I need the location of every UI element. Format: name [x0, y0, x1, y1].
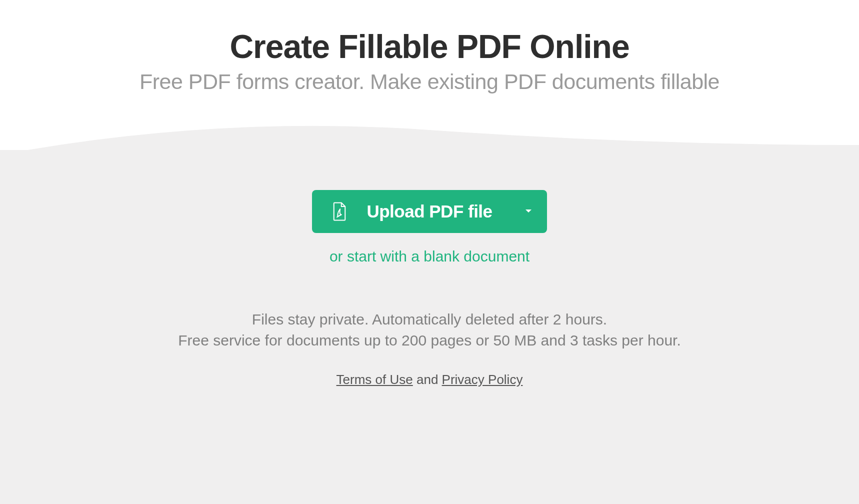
legal-line: Terms of Use and Privacy Policy — [0, 372, 859, 388]
info-line-limits: Free service for documents up to 200 pag… — [0, 330, 859, 351]
privacy-policy-link[interactable]: Privacy Policy — [442, 372, 523, 387]
page-subtitle: Free PDF forms creator. Make existing PD… — [0, 70, 859, 94]
info-line-privacy: Files stay private. Automatically delete… — [0, 309, 859, 330]
pdf-file-icon — [332, 202, 347, 221]
upload-pdf-button[interactable]: Upload PDF file — [312, 190, 547, 233]
info-block: Files stay private. Automatically delete… — [0, 309, 859, 351]
start-blank-link[interactable]: or start with a blank document — [0, 248, 859, 265]
terms-of-use-link[interactable]: Terms of Use — [336, 372, 413, 387]
header-section: Create Fillable PDF Online Free PDF form… — [0, 0, 859, 119]
wave-divider — [0, 115, 859, 175]
caret-down-icon — [525, 209, 532, 214]
upload-button-label: Upload PDF file — [366, 202, 492, 222]
legal-separator: and — [413, 372, 442, 387]
main-section: Upload PDF file or start with a blank do… — [0, 150, 859, 504]
page-title: Create Fillable PDF Online — [0, 28, 859, 66]
